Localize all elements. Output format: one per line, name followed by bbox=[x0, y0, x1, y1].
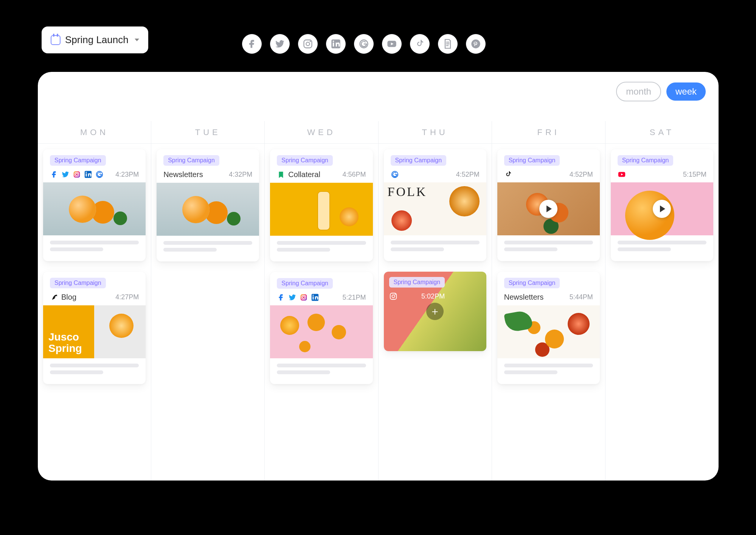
calendar-board: month week MON TUE WED THU FRI SAT Sprin… bbox=[38, 72, 719, 481]
channel-icons bbox=[277, 293, 319, 302]
post-thumbnail bbox=[497, 305, 600, 358]
channel-label: Blog bbox=[61, 293, 76, 302]
channel-label: Newsletters bbox=[504, 293, 543, 302]
campaign-tag: Spring Campaign bbox=[163, 155, 219, 166]
post-preview-text bbox=[43, 358, 146, 384]
channel-facebook[interactable] bbox=[242, 34, 262, 54]
chevron-down-icon bbox=[135, 39, 139, 41]
post-thumbnail bbox=[611, 182, 713, 235]
channel-twitter[interactable] bbox=[270, 34, 290, 54]
thumbnail-text: Jusco Spring bbox=[48, 331, 82, 354]
post-thumbnail bbox=[497, 182, 600, 235]
post-card[interactable]: Spring Campaign Collateral 4:56PM bbox=[270, 149, 373, 261]
campaign-name: Spring Launch bbox=[65, 34, 129, 46]
play-icon bbox=[539, 200, 557, 218]
post-card[interactable]: Spring Campaign 5:02PM ＋ bbox=[384, 272, 486, 351]
campaign-tag: Spring Campaign bbox=[391, 155, 447, 166]
post-card[interactable]: Spring Campaign 4:52PM FOLK bbox=[384, 149, 486, 261]
view-month-button[interactable]: month bbox=[616, 82, 661, 101]
post-preview-text bbox=[270, 358, 373, 384]
day-column-wed: Spring Campaign Collateral 4:56PM bbox=[265, 144, 378, 481]
channel-label: Newsletters bbox=[163, 170, 203, 179]
campaign-tag: Spring Campaign bbox=[50, 155, 106, 166]
channel-instagram[interactable] bbox=[298, 34, 318, 54]
post-card[interactable]: Spring Campaign 4:52PM bbox=[497, 149, 600, 261]
day-header: FRI bbox=[492, 121, 605, 143]
post-time: 5:02PM bbox=[421, 292, 445, 300]
view-toggle: month week bbox=[616, 82, 706, 101]
post-time: 4:32PM bbox=[229, 171, 252, 179]
day-column-tue: Spring Campaign Newsletters 4:32PM bbox=[151, 144, 265, 481]
post-card[interactable]: Spring Campaign Newsletters 5:44PM bbox=[497, 272, 600, 384]
feather-icon bbox=[50, 293, 58, 302]
instagram-icon bbox=[389, 292, 397, 300]
post-card[interactable]: Spring Campaign 5:15PM bbox=[611, 149, 713, 261]
post-time: 4:27PM bbox=[115, 293, 139, 301]
bookmark-icon bbox=[277, 171, 285, 179]
post-card[interactable]: Spring Campaign Blog 4:27PM Jusco Spring bbox=[43, 272, 146, 384]
campaign-tag: Spring Campaign bbox=[389, 277, 445, 288]
campaign-tag: Spring Campaign bbox=[277, 278, 333, 289]
post-thumbnail bbox=[43, 182, 146, 235]
channel-label: Collateral bbox=[288, 170, 320, 179]
play-icon bbox=[653, 200, 671, 218]
day-header: TUE bbox=[151, 121, 265, 143]
channel-youtube[interactable] bbox=[382, 34, 402, 54]
post-thumbnail: Jusco Spring bbox=[43, 305, 146, 358]
campaign-selector[interactable]: Spring Launch bbox=[42, 26, 148, 53]
view-week-button[interactable]: week bbox=[666, 82, 706, 101]
day-column-mon: Spring Campaign 4:23PM bbox=[38, 144, 151, 481]
day-header: WED bbox=[265, 121, 378, 143]
post-thumbnail: FOLK bbox=[384, 182, 486, 235]
post-card[interactable]: Spring Campaign 5:21PM bbox=[270, 272, 373, 384]
channel-google[interactable] bbox=[354, 34, 374, 54]
post-thumbnail bbox=[270, 305, 373, 358]
post-thumbnail bbox=[270, 183, 373, 236]
channel-blog[interactable] bbox=[438, 34, 458, 54]
post-preview-text bbox=[497, 358, 600, 384]
channel-pinterest[interactable] bbox=[466, 34, 486, 54]
post-time: 4:23PM bbox=[115, 171, 139, 179]
post-preview-text bbox=[43, 235, 146, 261]
campaign-tag: Spring Campaign bbox=[50, 278, 106, 288]
post-card[interactable]: Spring Campaign 4:23PM bbox=[43, 149, 146, 261]
campaign-tag: Spring Campaign bbox=[618, 155, 674, 166]
channel-filter-bar bbox=[242, 34, 486, 54]
channel-tiktok[interactable] bbox=[410, 34, 430, 54]
post-preview-text bbox=[384, 235, 486, 261]
post-time: 5:21PM bbox=[342, 294, 366, 302]
post-time: 5:44PM bbox=[570, 293, 593, 301]
day-column-fri: Spring Campaign 4:52PM Spring Campaign N… bbox=[492, 144, 605, 481]
post-preview-text bbox=[157, 236, 259, 261]
day-column-sat: Spring Campaign 5:15PM bbox=[605, 144, 719, 481]
campaign-tag: Spring Campaign bbox=[504, 155, 560, 166]
post-time: 4:52PM bbox=[456, 171, 480, 179]
day-header-row: MON TUE WED THU FRI SAT bbox=[38, 121, 719, 144]
day-column-thu: Spring Campaign 4:52PM FOLK Spring Campa… bbox=[379, 144, 492, 481]
post-preview-text bbox=[497, 235, 600, 261]
channel-linkedin[interactable] bbox=[326, 34, 346, 54]
post-preview-text bbox=[611, 235, 713, 261]
post-time: 5:15PM bbox=[683, 171, 706, 179]
google-icon bbox=[391, 170, 399, 179]
post-thumbnail bbox=[157, 183, 259, 236]
tiktok-icon bbox=[504, 170, 512, 179]
post-card[interactable]: Spring Campaign Newsletters 4:32PM bbox=[157, 149, 259, 261]
post-preview-text bbox=[270, 236, 373, 261]
campaign-tag: Spring Campaign bbox=[277, 155, 333, 166]
post-time: 4:52PM bbox=[570, 171, 593, 179]
channel-icons bbox=[50, 170, 104, 179]
calendar-icon bbox=[51, 35, 61, 45]
day-header: MON bbox=[38, 121, 151, 143]
post-time: 4:56PM bbox=[342, 171, 366, 179]
day-header: SAT bbox=[605, 121, 719, 143]
youtube-icon bbox=[618, 170, 626, 179]
day-header: THU bbox=[379, 121, 492, 143]
campaign-tag: Spring Campaign bbox=[504, 278, 560, 288]
